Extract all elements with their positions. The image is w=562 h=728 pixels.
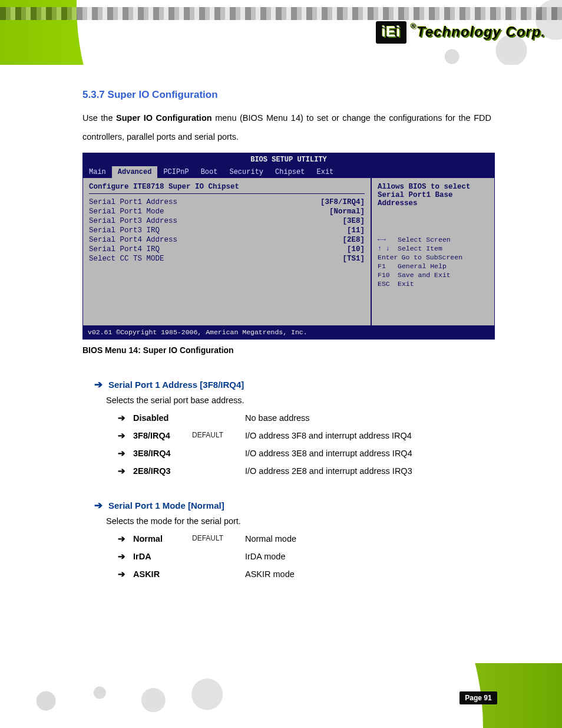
bios-setting-key: Serial Port1 Mode [89, 207, 164, 216]
section-title: Super IO Configuration [108, 89, 218, 100]
option1-desc: Selects the serial port base address. [106, 396, 491, 405]
option-label: Normal [133, 534, 192, 543]
bios-group-title: Configure ITE8718 Super IO Chipset [89, 183, 365, 191]
bios-setting-key: Serial Port3 Address [89, 217, 177, 225]
bios-help-item: F10Save and Exit [378, 271, 488, 279]
bios-caption: BIOS Menu 14: Super IO Configuration [82, 345, 491, 355]
option1-heading: ➔ Serial Port 1 Address [3F8/IRQ4] [94, 378, 491, 391]
option-row: ➔3F8/IRQ4DEFAULTI/O address 3F8 and inte… [118, 431, 491, 440]
bios-help-text: Go to SubScreen [402, 253, 463, 261]
option1-rows: ➔DisabledNo base address➔3F8/IRQ4DEFAULT… [118, 413, 491, 476]
bios-help-key: ESC [378, 280, 394, 288]
bios-setting-value: [Normal] [329, 207, 365, 216]
brand-block: iEi®Technology Corp. [376, 21, 546, 44]
bios-help-item: ESCExit [378, 280, 488, 288]
bios-help-item: ↑ ↓Select Item [378, 245, 488, 252]
option2-rows: ➔NormalDEFAULTNormal mode➔IrDAIrDA mode➔… [118, 534, 491, 579]
bios-help-text: Select Screen [398, 236, 451, 243]
bios-footer: v02.61 ©Copyright 1985-2006, American Me… [83, 325, 494, 339]
intro-ref: BIOS Menu 14 [243, 113, 300, 123]
option-desc: I/O address 3F8 and interrupt address IR… [245, 431, 491, 440]
bios-setting-row: Serial Port4 Address[2E8] [89, 235, 365, 245]
bios-panel: Configure ITE8718 Super IO Chipset Seria… [83, 178, 494, 325]
bios-tab-advanced: Advanced [112, 166, 158, 178]
arrow-icon: ➔ [118, 534, 133, 543]
intro-paragraph: Use the Super IO Configuration menu (BIO… [82, 109, 491, 147]
bios-help-label: Allows BIOS to select Serial Port1 Base … [378, 183, 488, 207]
bios-tab-security: Security [223, 166, 269, 178]
bios-help-key: Enter [378, 253, 398, 261]
option-label: IrDA [133, 552, 192, 561]
section-number: 5.3.7 [82, 89, 105, 100]
option-row: ➔IrDAIrDA mode [118, 552, 491, 561]
option-row: ➔DisabledNo base address [118, 413, 491, 423]
arrow-icon: ➔ [118, 466, 133, 476]
bios-setting-value: [3E8] [342, 217, 365, 225]
option-row: ➔2E8/IRQ3I/O address 2E8 and interrupt a… [118, 466, 491, 476]
bios-setting-value: [10] [347, 245, 365, 253]
bios-setting-value: [2E8] [342, 236, 365, 244]
option-desc: No base address [245, 413, 491, 423]
bios-title-bar: BIOS SETUP UTILITY [83, 153, 494, 166]
bios-tab-row: MainAdvancedPCIPnPBootSecurityChipsetExi… [83, 166, 494, 178]
intro-pre: Use the [82, 113, 113, 123]
arrow-icon: ➔ [118, 431, 133, 440]
bios-help-text: Save and Exit [398, 271, 451, 279]
bios-tab-boot: Boot [195, 166, 224, 178]
bios-setting-key: Serial Port3 IRQ [89, 226, 160, 235]
bios-help-key: ←→ [378, 236, 394, 243]
bios-tab-pcipnp: PCIPnP [157, 166, 194, 178]
bios-help-item: F1General Help [378, 262, 488, 270]
bios-setting-value: [3F8/IRQ4] [320, 198, 365, 206]
bios-screenshot: BIOS SETUP UTILITY MainAdvancedPCIPnPBoo… [82, 153, 495, 340]
option-label: Disabled [133, 413, 192, 423]
bios-setting-key: Serial Port1 Address [89, 198, 177, 206]
bios-setting-row: Serial Port3 IRQ[11] [89, 226, 365, 235]
bios-setting-row: Serial Port1 Mode[Normal] [89, 207, 365, 216]
bios-help-item: ←→Select Screen [378, 236, 488, 243]
brand-name: Technology Corp. [416, 24, 546, 39]
option-default: DEFAULT [192, 431, 245, 439]
bios-setting-row: Select CC TS MODE[TS1] [89, 254, 365, 263]
footer-banner: Page 91 [0, 663, 562, 728]
option-desc: I/O address 3E8 and interrupt address IR… [245, 449, 491, 458]
bios-help-key: F10 [378, 271, 394, 279]
bios-left-pane: Configure ITE8718 Super IO Chipset Seria… [83, 178, 371, 325]
arrow-icon: ➔ [118, 552, 133, 561]
option1-title: Serial Port 1 Address [3F8/IRQ4] [108, 380, 244, 390]
section-heading: 5.3.7 Super IO Configuration [82, 89, 491, 101]
bios-setting-key: Select CC TS MODE [89, 255, 164, 263]
bios-right-pane: Allows BIOS to select Serial Port1 Base … [371, 178, 494, 325]
option2-heading: ➔ Serial Port 1 Mode [Normal] [94, 499, 491, 512]
bios-help-text: Exit [398, 280, 414, 288]
bios-help-key: ↑ ↓ [378, 245, 394, 252]
option-desc: ASKIR mode [245, 569, 491, 579]
bios-setting-row: Serial Port3 Address[3E8] [89, 216, 365, 226]
arrow-icon: ➔ [118, 413, 133, 423]
brand-logo: iEi [376, 21, 406, 44]
intro-bold: Super IO Configuration [116, 113, 212, 123]
option-label: 2E8/IRQ3 [133, 466, 192, 476]
option2-title: Serial Port 1 Mode [Normal] [108, 500, 224, 510]
arrow-icon: ➔ [118, 449, 133, 458]
bios-help-text: Select Item [398, 245, 442, 252]
option-row: ➔ASKIRASKIR mode [118, 569, 491, 579]
bios-help-item: EnterGo to SubScreen [378, 253, 488, 261]
bios-tab-main: Main [83, 166, 112, 178]
option-row: ➔3E8/IRQ4I/O address 3E8 and interrupt a… [118, 449, 491, 458]
option-default: DEFAULT [192, 534, 245, 542]
bios-tab-chipset: Chipset [269, 166, 310, 178]
bios-help-text: General Help [398, 262, 447, 270]
option-desc: I/O address 2E8 and interrupt address IR… [245, 466, 491, 476]
footer-circuit-art [24, 676, 247, 717]
intro-mid: menu ( [215, 113, 243, 123]
header-banner: iEi®Technology Corp. [0, 0, 562, 65]
bios-setting-key: Serial Port4 IRQ [89, 245, 160, 253]
bios-setting-key: Serial Port4 Address [89, 236, 177, 244]
arrow-icon: ➔ [94, 499, 103, 512]
option-row: ➔NormalDEFAULTNormal mode [118, 534, 491, 543]
option2-desc: Selects the mode for the serial port. [106, 516, 491, 526]
arrow-icon: ➔ [118, 569, 133, 579]
bios-setting-row: Serial Port1 Address[3F8/IRQ4] [89, 197, 365, 207]
bios-help-list: ←→Select Screen↑ ↓Select ItemEnterGo to … [378, 236, 488, 288]
